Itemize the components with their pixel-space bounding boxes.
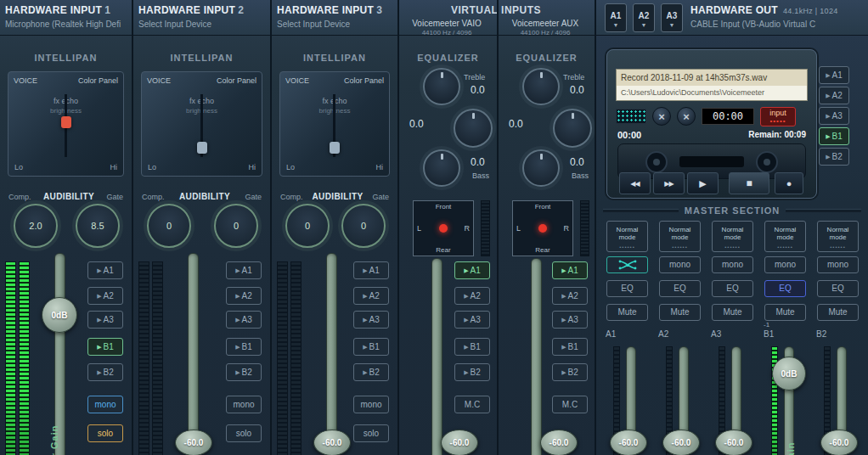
fader-knob[interactable]: -60.0	[441, 430, 478, 455]
solo-button[interactable]: solo	[87, 424, 123, 442]
mute-button[interactable]: Mute	[659, 304, 701, 321]
route-a1-button[interactable]: ▶A1	[454, 261, 490, 279]
fader-knob[interactable]: -60.0	[313, 430, 351, 455]
solo-button[interactable]: solo	[353, 424, 389, 442]
rec-route-a2-button[interactable]: ▶A2	[819, 87, 849, 104]
route-b2-button[interactable]: ▶B2	[454, 363, 490, 381]
fast-forward-button[interactable]: ▶▶	[653, 172, 685, 194]
recorder-reel-knob[interactable]: ×	[677, 107, 696, 126]
route-b1-button[interactable]: ▶B1	[87, 338, 123, 356]
fader-knob[interactable]: 0dB	[42, 297, 77, 333]
route-a1-button[interactable]: ▶A1	[353, 261, 389, 279]
hardware-input-2-device[interactable]: Select Input Device	[138, 20, 244, 29]
bus-mono-button[interactable]: mono	[712, 256, 753, 273]
eq-button[interactable]: EQ	[817, 280, 859, 297]
intellipan-handle[interactable]	[197, 142, 207, 154]
bus-mode-button[interactable]: Normalmode••••••	[606, 221, 648, 252]
intellipan-panel[interactable]: VOICEColor Panel fx echo brightness LoHi	[141, 71, 262, 177]
mute-button[interactable]: Mute	[712, 304, 753, 321]
mono-button[interactable]: mono	[226, 396, 262, 413]
comp-knob[interactable]: 0	[285, 204, 330, 248]
route-a1-button[interactable]: ▶A1	[552, 261, 588, 279]
route-a3-button[interactable]: ▶A3	[226, 311, 262, 329]
mid-knob[interactable]	[454, 109, 493, 148]
mono-button[interactable]: mono	[87, 396, 123, 413]
rec-route-b2-button[interactable]: ▶B2	[819, 148, 849, 166]
route-b2-button[interactable]: ▶B2	[87, 363, 123, 381]
bus-mono-button[interactable]: mono	[764, 256, 806, 273]
route-a2-button[interactable]: ▶A2	[87, 287, 123, 305]
route-a3-button[interactable]: ▶A3	[87, 311, 123, 329]
bus-fader-knob[interactable]: 0dB	[772, 357, 806, 390]
bus-mode-button[interactable]: Normalmode••••••	[659, 221, 701, 252]
comp-knob[interactable]: 0	[147, 204, 191, 248]
bus-fader-knob[interactable]: -60.0	[820, 430, 858, 455]
intellipan-panel[interactable]: VOICEColor Panel fx echo brightness LoHi	[8, 71, 124, 177]
eq-button[interactable]: EQ	[606, 280, 648, 297]
route-mc-button[interactable]: M.C	[552, 396, 588, 413]
hardware-out-header[interactable]: HARDWARE OUT44.1kHz | 1024 CABLE Input (…	[690, 4, 838, 29]
intellipan-panel[interactable]: VOICEColor Panel fx echo brightness LoHi	[279, 71, 390, 177]
route-b1-button[interactable]: ▶B1	[552, 338, 588, 356]
bass-knob[interactable]	[423, 149, 460, 187]
route-a3-button[interactable]: ▶A3	[454, 311, 490, 329]
hardware-input-1-device[interactable]: Microphone (Realtek High Defi	[5, 20, 121, 29]
route-b2-button[interactable]: ▶B2	[552, 363, 588, 381]
route-b1-button[interactable]: ▶B1	[454, 338, 490, 356]
play-button[interactable]: ▶	[687, 172, 719, 194]
treble-knob[interactable]	[423, 68, 460, 105]
recording-path[interactable]: C:\Users\Ludovic\Documents\Voicemeeter	[617, 86, 807, 100]
output-select-a3-button[interactable]: A3▼	[661, 3, 683, 32]
output-select-a1-button[interactable]: A1▼	[605, 3, 627, 32]
crossover-button[interactable]	[606, 256, 648, 273]
intellipan-handle[interactable]	[330, 142, 340, 154]
gate-knob[interactable]: 8.5	[76, 204, 120, 248]
gate-knob[interactable]: 0	[341, 204, 386, 248]
eq-button[interactable]: EQ	[764, 280, 806, 297]
bus-mode-button[interactable]: Normalmode••••••	[764, 221, 806, 252]
output-select-a2-button[interactable]: A2▼	[633, 3, 655, 32]
comp-knob[interactable]: 2.0	[14, 204, 58, 248]
rec-route-b1-button[interactable]: ▶B1	[819, 127, 849, 145]
recorder-reel-knob[interactable]: ×	[652, 107, 671, 126]
bus-mono-button[interactable]: mono	[659, 256, 701, 273]
pan-position-dot[interactable]	[538, 224, 547, 233]
bus-fader-knob[interactable]: -60.0	[610, 430, 647, 455]
route-b1-button[interactable]: ▶B1	[353, 338, 389, 356]
record-button[interactable]: ●	[775, 172, 803, 194]
fader-knob[interactable]: -60.0	[540, 430, 578, 455]
hardware-input-3-device[interactable]: Select Input Device	[277, 20, 382, 29]
route-a3-button[interactable]: ▶A3	[353, 311, 389, 329]
bass-knob[interactable]	[522, 149, 560, 187]
mid-knob[interactable]	[553, 109, 592, 148]
record-input-button[interactable]: input •••••	[760, 107, 796, 126]
fader-track[interactable]	[431, 258, 442, 455]
intellipan-handle[interactable]	[61, 116, 71, 128]
hardware-input-1-header[interactable]: HARDWARE INPUT1 Microphone (Realtek High…	[5, 4, 121, 29]
route-b2-button[interactable]: ▶B2	[353, 363, 389, 381]
route-b2-button[interactable]: ▶B2	[226, 363, 262, 381]
route-a2-button[interactable]: ▶A2	[454, 287, 490, 305]
rec-route-a1-button[interactable]: ▶A1	[819, 66, 849, 84]
surround-panner[interactable]: Front L R Rear	[512, 200, 573, 256]
route-a2-button[interactable]: ▶A2	[552, 287, 588, 305]
mono-button[interactable]: mono	[353, 396, 389, 413]
hardware-input-3-header[interactable]: HARDWARE INPUT3 Select Input Device	[277, 4, 382, 29]
hardware-out-device[interactable]: CABLE Input (VB-Audio Virtual C	[690, 20, 838, 29]
pan-position-dot[interactable]	[439, 224, 448, 233]
fader-track[interactable]	[531, 258, 542, 455]
rewind-button[interactable]: ◀◀	[619, 172, 651, 194]
route-a3-button[interactable]: ▶A3	[552, 311, 588, 329]
gate-knob[interactable]: 0	[214, 204, 258, 248]
hardware-input-2-header[interactable]: HARDWARE INPUT2 Select Input Device	[138, 4, 244, 29]
bus-fader-knob[interactable]: -60.0	[662, 430, 700, 455]
rec-route-a3-button[interactable]: ▶A3	[819, 107, 849, 125]
fader-track[interactable]	[326, 253, 337, 455]
fader-track[interactable]	[188, 253, 199, 455]
solo-button[interactable]: solo	[226, 424, 262, 442]
route-a2-button[interactable]: ▶A2	[226, 287, 262, 305]
route-a2-button[interactable]: ▶A2	[353, 287, 389, 305]
bus-mode-button[interactable]: Normalmode••••••	[712, 221, 753, 252]
bus-mono-button[interactable]: mono	[817, 256, 859, 273]
route-mc-button[interactable]: M.C	[454, 396, 490, 413]
